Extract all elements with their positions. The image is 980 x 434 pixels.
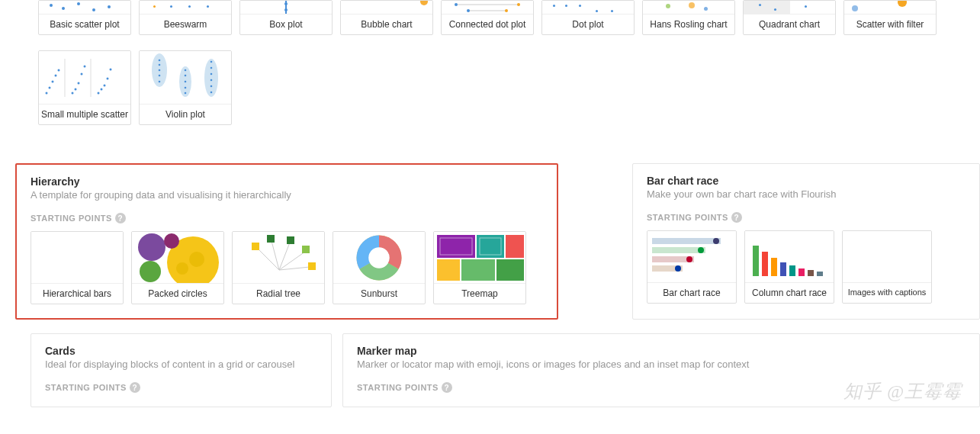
svg-point-23 xyxy=(110,68,112,70)
thumb-box-plot xyxy=(240,1,332,14)
sp-packed-circles[interactable]: Packed circles xyxy=(131,231,224,304)
card-label: Small multiple scatter xyxy=(39,104,130,124)
svg-rect-53 xyxy=(287,236,294,244)
card-label: Box plot xyxy=(240,14,332,34)
starting-points-label: STARTING POINTS ? xyxy=(357,382,966,393)
svg-point-40 xyxy=(210,66,213,69)
svg-point-39 xyxy=(210,60,213,63)
thumb-bubble xyxy=(341,1,432,14)
sp-sunburst[interactable]: Sunburst xyxy=(333,231,426,304)
sp-label: Images with captions xyxy=(843,283,931,301)
svg-point-35 xyxy=(185,74,187,76)
svg-point-47 xyxy=(140,261,161,282)
thumb-beeswarm xyxy=(140,1,231,14)
svg-point-4 xyxy=(455,3,458,6)
svg-point-8 xyxy=(505,9,508,12)
sp-treemap[interactable]: Treemap xyxy=(433,231,526,304)
sp-label: Column chart race xyxy=(745,283,834,303)
sp-bar-chart-race[interactable]: Bar chart race xyxy=(647,230,737,304)
chart-card-dot-plot[interactable]: Dot plot xyxy=(541,0,635,35)
sp-hierarchical-bars[interactable]: Hierarchical bars xyxy=(31,231,124,304)
thumb-basic-scatter xyxy=(39,1,130,14)
chart-card-hans-rosling[interactable]: Hans Rosling chart xyxy=(642,0,735,35)
svg-rect-76 xyxy=(771,258,777,276)
starting-points: STARTING POINTS ? xyxy=(45,382,317,393)
card-label: Quadrant chart xyxy=(744,14,835,34)
svg-point-44 xyxy=(210,91,213,93)
svg-point-50 xyxy=(176,262,188,275)
section-cards[interactable]: Cards Ideal for displaying blocks of con… xyxy=(31,333,332,407)
svg-rect-67 xyxy=(652,247,705,253)
starting-points-label: STARTING POINTS ? xyxy=(45,382,317,393)
sp-label: Bar chart race xyxy=(647,283,736,303)
svg-rect-63 xyxy=(496,259,524,281)
thumb-treemap xyxy=(434,232,525,284)
hierarchy-grid: Hierarchical bars xyxy=(31,231,543,304)
card-label: Hans Rosling chart xyxy=(643,14,734,34)
thumb-radial-tree xyxy=(233,232,324,284)
help-icon[interactable]: ? xyxy=(731,212,742,223)
svg-point-1 xyxy=(284,2,288,5)
chart-card-box-plot[interactable]: Box plot xyxy=(239,0,333,35)
chart-card-bubble-chart[interactable]: Bubble chart xyxy=(340,0,433,35)
thumb-packed-circles xyxy=(132,232,223,284)
starting-points-label: STARTING POINTS ? xyxy=(647,212,966,223)
chart-card-small-multiple-scatter[interactable]: Small multiple scatter xyxy=(38,50,131,125)
section-marker-map[interactable]: Marker map Marker or locator map with em… xyxy=(342,333,980,407)
section-hierarchy[interactable]: Hierarchy A template for grouping data a… xyxy=(15,163,558,320)
svg-point-9 xyxy=(46,92,48,94)
svg-point-5 xyxy=(517,3,520,6)
starting-points-label: STARTING POINTS ? xyxy=(31,213,543,223)
chart-card-scatter-with-filter[interactable]: Scatter with filter xyxy=(843,0,937,35)
svg-point-70 xyxy=(713,238,719,244)
card-label: Basic scatter plot xyxy=(39,14,130,34)
svg-point-28 xyxy=(204,59,218,97)
chart-card-violin-plot[interactable]: Violin plot xyxy=(139,50,232,125)
thumb-hierarchical-bars xyxy=(31,232,123,284)
svg-rect-74 xyxy=(753,246,759,276)
svg-point-19 xyxy=(98,92,100,94)
svg-point-33 xyxy=(159,80,161,82)
thumb-hans-rosling xyxy=(643,1,734,14)
card-label: Bubble chart xyxy=(341,14,432,34)
thumb-violin xyxy=(140,51,231,104)
svg-point-37 xyxy=(185,86,187,88)
svg-point-22 xyxy=(107,77,109,79)
section-title: Hierarchy xyxy=(31,175,543,188)
svg-point-49 xyxy=(189,252,204,267)
svg-rect-81 xyxy=(817,272,823,276)
chart-card-quadrant-chart[interactable]: Quadrant chart xyxy=(743,0,836,35)
help-icon[interactable]: ? xyxy=(442,382,452,393)
chart-card-beeswarm[interactable]: Beeswarm xyxy=(139,0,232,35)
help-icon[interactable]: ? xyxy=(115,213,126,223)
thumb-sunburst xyxy=(333,232,425,284)
section-bar-chart-race[interactable]: Bar chart race Make your own bar chart r… xyxy=(632,163,980,320)
section-desc: A template for grouping data and visuali… xyxy=(31,189,543,201)
section-title: Cards xyxy=(45,345,317,357)
svg-point-17 xyxy=(81,72,83,75)
svg-point-73 xyxy=(675,265,681,272)
svg-point-41 xyxy=(210,72,213,75)
svg-rect-75 xyxy=(762,252,768,276)
sp-column-chart-race[interactable]: Column chart race xyxy=(744,230,834,304)
chart-card-connected-dot-plot[interactable]: Connected dot plot xyxy=(441,0,534,35)
svg-point-7 xyxy=(467,9,470,12)
svg-rect-77 xyxy=(780,262,786,276)
thumb-bar-chart-race xyxy=(647,231,736,283)
svg-rect-51 xyxy=(252,243,259,250)
thumb-small-multiple xyxy=(39,51,130,104)
starting-points: STARTING POINTS ? xyxy=(647,212,966,304)
svg-point-42 xyxy=(210,79,213,81)
svg-point-43 xyxy=(210,85,213,87)
bcr-grid: Bar chart race xyxy=(647,230,966,304)
svg-point-34 xyxy=(185,69,187,71)
help-icon[interactable]: ? xyxy=(130,382,140,393)
scatter-charts-row-2: Small multiple scatter Violin plot xyxy=(31,50,980,140)
sp-label: Packed circles xyxy=(132,284,223,304)
section-title: Marker map xyxy=(357,345,966,357)
section-row-2: Cards Ideal for displaying blocks of con… xyxy=(31,333,980,407)
sp-radial-tree[interactable]: Radial tree xyxy=(232,231,325,304)
sp-images-with-captions[interactable]: Images with captions xyxy=(842,230,932,304)
svg-rect-66 xyxy=(652,238,721,244)
chart-card-basic-scatter-plot[interactable]: Basic scatter plot xyxy=(38,0,131,35)
